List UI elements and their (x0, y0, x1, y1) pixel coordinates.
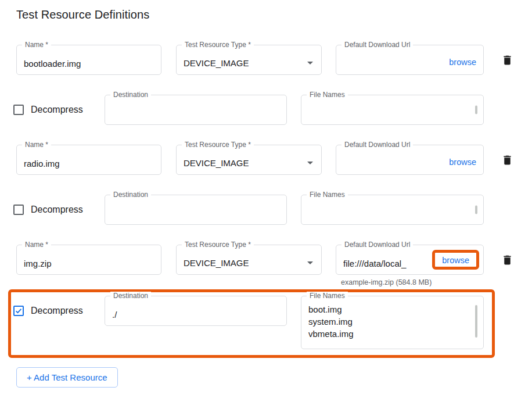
file-names-field[interactable]: File Names boot.img system.img vbmeta.im… (301, 296, 484, 349)
url-input[interactable] (336, 245, 432, 274)
type-label: Test Resource Type * (182, 141, 254, 149)
trash-icon (501, 54, 513, 66)
decompress-checkbox-wrap[interactable]: Decompress (13, 296, 105, 326)
url-helper-text: example-img.zip (584.8 MB) (341, 278, 432, 286)
file-names-field[interactable]: File Names (301, 95, 484, 125)
name-label: Name * (22, 241, 51, 249)
browse-link[interactable]: browse (442, 254, 469, 265)
decompress-row-2: Decompress Destination File Names (13, 195, 532, 225)
add-test-resource-button[interactable]: + Add Test Resource (16, 367, 118, 388)
test-resource-type-select[interactable]: Test Resource Type * DEVICE_IMAGE (176, 245, 322, 275)
type-label: Test Resource Type * (182, 41, 254, 49)
decompress-checkbox-wrap[interactable]: Decompress (13, 195, 105, 225)
decompress-checkbox-checked[interactable] (13, 306, 24, 316)
name-field[interactable]: Name * (16, 245, 161, 275)
destination-label: Destination (110, 292, 151, 300)
decompress-checkbox[interactable] (13, 205, 24, 215)
destination-input[interactable] (105, 296, 286, 325)
browse-link[interactable]: browse (449, 153, 476, 167)
url-input[interactable] (336, 145, 449, 174)
resource-row-1: Name * Test Resource Type * DEVICE_IMAGE… (16, 45, 532, 75)
delete-resource-button[interactable] (500, 253, 514, 267)
resource-row-2: Name * Test Resource Type * DEVICE_IMAGE… (16, 145, 532, 175)
type-value: DEVICE_IMAGE (184, 158, 307, 168)
decompress-checkbox[interactable] (13, 105, 24, 115)
file-names-label: File Names (307, 191, 348, 199)
name-label: Name * (22, 41, 51, 49)
browse-link[interactable]: browse (449, 53, 476, 67)
trash-icon (501, 254, 513, 266)
test-resource-definitions-form: Test Resource Definitions Name * Test Re… (0, 0, 532, 398)
decompress-label: Decompress (31, 205, 83, 215)
resource-row-3: Name * Test Resource Type * DEVICE_IMAGE… (16, 245, 532, 275)
delete-resource-button[interactable] (500, 53, 514, 67)
name-field[interactable]: Name * (16, 145, 161, 175)
default-download-url-field[interactable]: Default Download Url browse (336, 45, 484, 75)
decompress-label: Decompress (31, 105, 83, 115)
url-label: Default Download Url (342, 141, 413, 149)
type-value: DEVICE_IMAGE (184, 58, 307, 68)
url-label: Default Download Url (342, 241, 413, 249)
destination-field[interactable]: Destination (105, 296, 287, 326)
file-names-value[interactable]: boot.img system.img vbmeta.img (301, 296, 483, 340)
name-input[interactable] (17, 145, 161, 174)
default-download-url-field[interactable]: Default Download Url browse example-img.… (336, 245, 484, 275)
decompress-label: Decompress (31, 306, 83, 316)
file-names-label: File Names (307, 91, 348, 99)
test-resource-type-select[interactable]: Test Resource Type * DEVICE_IMAGE (176, 45, 322, 75)
destination-label: Destination (110, 91, 151, 99)
file-names-label: File Names (307, 292, 348, 300)
page-title: Test Resource Definitions (16, 8, 532, 21)
destination-field[interactable]: Destination (105, 95, 287, 125)
name-field[interactable]: Name * (16, 45, 161, 75)
delete-resource-button[interactable] (500, 153, 514, 167)
destination-input[interactable] (105, 195, 286, 224)
scrollbar-thumb[interactable] (475, 305, 477, 338)
decompress-checkbox-wrap[interactable]: Decompress (13, 95, 105, 125)
test-resource-type-select[interactable]: Test Resource Type * DEVICE_IMAGE (176, 145, 322, 175)
name-label: Name * (22, 141, 51, 149)
scrollbar-thumb[interactable] (475, 106, 477, 114)
url-label: Default Download Url (342, 41, 413, 49)
destination-input[interactable] (105, 95, 286, 124)
dropdown-arrow-icon (307, 261, 313, 264)
url-input[interactable] (336, 45, 449, 74)
trash-icon (501, 154, 513, 166)
scrollbar-thumb[interactable] (475, 206, 477, 214)
decompress-row-3: Decompress Destination File Names boot.i… (13, 296, 492, 349)
name-input[interactable] (17, 245, 161, 274)
type-label: Test Resource Type * (182, 241, 254, 249)
decompress-row-1: Decompress Destination File Names (13, 95, 532, 125)
highlight-decompress-annotation: Decompress Destination File Names boot.i… (8, 289, 495, 358)
default-download-url-field[interactable]: Default Download Url browse (336, 145, 484, 175)
dropdown-arrow-icon (307, 62, 313, 64)
destination-label: Destination (110, 191, 151, 199)
type-value: DEVICE_IMAGE (184, 258, 307, 268)
name-input[interactable] (17, 45, 161, 74)
file-names-field[interactable]: File Names (301, 195, 484, 225)
destination-field[interactable]: Destination (105, 195, 287, 225)
dropdown-arrow-icon (307, 162, 313, 164)
highlight-browse-annotation: browse (432, 250, 479, 270)
